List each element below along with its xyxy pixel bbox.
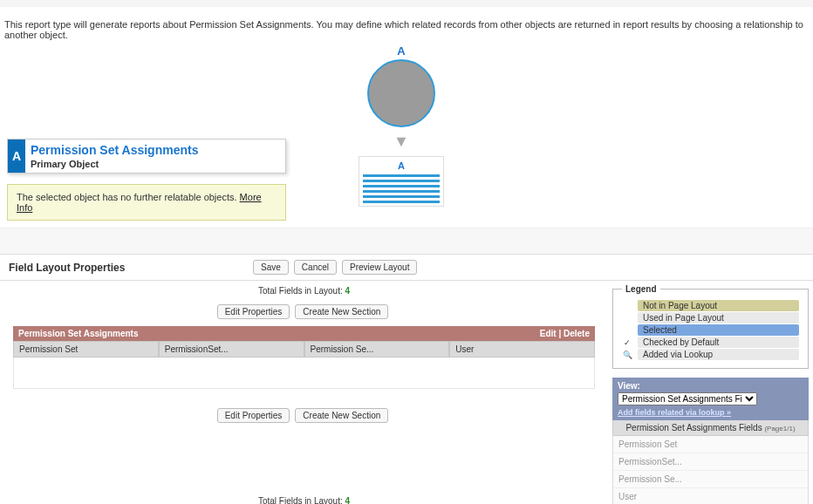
no-relatable-objects-note: The selected object has no further relat…	[7, 184, 286, 221]
primary-object-card: A Permission Set Assignments Primary Obj…	[7, 139, 286, 174]
legend-item: Used in Page Layout	[622, 312, 799, 324]
field-cell[interactable]: PermissionSet...	[159, 341, 304, 358]
object-title: Permission Set Assignments	[31, 143, 198, 157]
available-field-item[interactable]: Permission Set	[613, 436, 808, 453]
object-subtitle: Primary Object	[31, 159, 198, 169]
section-body[interactable]	[13, 358, 595, 389]
field-cell[interactable]: Permission Set	[13, 341, 159, 358]
legend-swatch-icon: 🔍	[622, 350, 632, 360]
arrow-down-icon: ▼	[314, 133, 488, 151]
legend-item: ✓Checked by Default	[622, 337, 799, 348]
edit-properties-button[interactable]: Edit Properties	[217, 304, 290, 319]
legend-swatch-icon	[622, 325, 632, 336]
section-name: Permission Set Assignments	[18, 329, 138, 338]
view-panel: View: Permission Set Assignments Fields …	[612, 378, 809, 504]
legend-title: Legend	[622, 284, 660, 294]
create-new-section-button-2[interactable]: Create New Section	[295, 408, 388, 423]
save-button[interactable]: Save	[253, 260, 289, 275]
legend-item: Not in Page Layout	[622, 300, 799, 311]
add-fields-via-lookup-link[interactable]: Add fields related via lookup »	[618, 408, 803, 417]
legend-label: Not in Page Layout	[638, 300, 799, 311]
legend-panel: Legend Not in Page LayoutUsed in Page La…	[612, 284, 809, 369]
diagram-label-a: A	[314, 44, 488, 58]
report-type-description: This report type will generate reports a…	[0, 10, 813, 44]
view-subtitle: Permission Set Assignments Fields (Page1…	[612, 420, 809, 436]
available-field-item[interactable]: Permission Se...	[613, 471, 808, 488]
section-columns: Permission Set PermissionSet... Permissi…	[13, 341, 595, 358]
legend-label: Used in Page Layout	[638, 312, 799, 324]
field-cell[interactable]: Permission Se...	[304, 341, 450, 358]
cancel-button[interactable]: Cancel	[294, 260, 337, 275]
legend-swatch-icon: ✓	[622, 337, 632, 348]
total-fields-bottom: Total Fields in Layout: 4	[4, 491, 604, 504]
legend-label: Added via Lookup	[638, 349, 799, 360]
primary-object-circle-icon	[367, 59, 435, 127]
total-fields-top: Total Fields in Layout: 4	[4, 281, 604, 301]
legend-swatch-icon	[622, 313, 632, 324]
relationship-diagram: A ▼ A	[314, 44, 488, 207]
section-header-bar: Permission Set Assignments Edit | Delete	[13, 326, 595, 341]
field-layout-properties-title: Field Layout Properties	[9, 262, 253, 274]
edit-properties-button-2[interactable]: Edit Properties	[217, 408, 290, 423]
available-field-item[interactable]: PermissionSet...	[613, 453, 808, 471]
section-edit-link[interactable]: Edit	[540, 329, 557, 338]
available-field-item[interactable]: User	[613, 488, 808, 504]
legend-label: Selected	[638, 324, 799, 336]
view-select[interactable]: Permission Set Assignments Fields	[618, 392, 757, 405]
object-badge: A	[8, 140, 25, 173]
create-new-section-button[interactable]: Create New Section	[295, 304, 388, 319]
field-cell[interactable]: User	[449, 341, 595, 358]
report-preview-icon: A	[359, 156, 444, 207]
legend-item: 🔍Added via Lookup	[622, 349, 799, 360]
legend-item: Selected	[622, 324, 799, 336]
section-delete-link[interactable]: Delete	[564, 329, 590, 338]
legend-label: Checked by Default	[638, 337, 799, 348]
legend-swatch-icon	[622, 301, 632, 311]
view-label: View:	[618, 381, 803, 391]
preview-layout-button[interactable]: Preview Layout	[342, 260, 417, 275]
